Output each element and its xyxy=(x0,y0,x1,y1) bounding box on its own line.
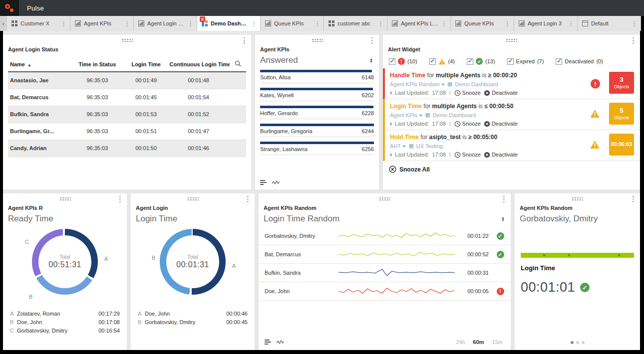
deactivate-button[interactable]: Deactivate xyxy=(484,121,518,127)
name-cell: Anastasio, Jae xyxy=(8,72,70,89)
range-24h[interactable]: 24h xyxy=(456,339,465,345)
tab-menu-kebab-icon[interactable]: ⋮ xyxy=(249,20,259,27)
filter-deactivated[interactable]: Deactivated (0) xyxy=(556,58,603,65)
source-widget-link[interactable]: Agent KPIs xyxy=(390,112,417,118)
expand-arrow-icon[interactable]: › xyxy=(390,89,392,96)
snooze-button[interactable]: Snooze xyxy=(454,90,481,96)
alert-value-badge[interactable]: 00:06:03 xyxy=(609,134,634,156)
widget-menu-kebab-icon[interactable]: ⋮ xyxy=(244,195,252,202)
sort-toggle-icon[interactable]: ▲▼ xyxy=(369,58,373,63)
pager-dot[interactable] xyxy=(576,341,579,344)
tab-demo-dashboard-active[interactable]: 6 Demo Dashboard ⋮ xyxy=(197,16,261,31)
drag-handle[interactable] xyxy=(572,197,583,201)
widget-menu-kebab-icon[interactable]: ⋮ xyxy=(116,195,124,202)
table-row[interactable]: Bufkin, Sandra 96:35:03 00:01:53 00:01:5… xyxy=(8,106,246,123)
tab-menu-kebab-icon[interactable]: ⋮ xyxy=(502,20,513,27)
widget-menu-kebab-icon[interactable]: ⋮ xyxy=(630,195,637,202)
snooze-all-button[interactable]: Snooze All xyxy=(383,161,640,177)
source-widget-link[interactable]: Agent KPIs Random xyxy=(390,81,440,87)
filter-warning[interactable]: (4) xyxy=(429,58,455,65)
deactivate-button[interactable]: Deactivate xyxy=(484,152,518,158)
tab-menu-kebab-icon[interactable]: ⋮ xyxy=(566,20,576,27)
deactivate-button[interactable]: Deactivate xyxy=(484,90,518,96)
expand-arrow-icon[interactable]: › xyxy=(390,120,392,127)
tab-agent-kpis-long[interactable]: Agent KPIs Long ⋮ xyxy=(387,16,451,31)
tab-default[interactable]: Default ⋮ xyxy=(578,16,641,31)
range-15m[interactable]: 15m xyxy=(492,339,503,345)
table-search-button[interactable] xyxy=(230,57,246,72)
drag-handle[interactable] xyxy=(59,197,71,201)
bar-list-item[interactable]: Hoffer, Gerardo6228 xyxy=(260,106,374,119)
tab-menu-kebab-icon[interactable]: ⋮ xyxy=(439,20,449,27)
checkbox-checked[interactable] xyxy=(467,58,473,65)
tab-menu-kebab-icon[interactable]: ⋮ xyxy=(375,20,386,27)
tab-customer-abc[interactable]: customer abc ⋮ xyxy=(324,16,387,31)
checkbox-checked[interactable] xyxy=(507,58,514,65)
tab-scroll-left-button[interactable]: ‹ xyxy=(0,16,7,31)
tab-queue-kpis[interactable]: Queue KPIs ⋮ xyxy=(261,16,324,31)
sparkline-row[interactable]: Gorbatovskiy, Dmitry 00:01:22 ✓ xyxy=(259,227,511,245)
tab-menu-kebab-icon[interactable]: ⋮ xyxy=(185,20,196,27)
widget-menu-kebab-icon[interactable]: ⋮ xyxy=(630,36,637,44)
filter-ok[interactable]: ✓ (13) xyxy=(467,58,495,65)
column-header-continuous-login-time[interactable]: Continuous Login Time xyxy=(168,57,230,72)
tab-agent-login-3[interactable]: Agent Login 3 ⋮ xyxy=(514,16,578,31)
bar-list-item[interactable]: Sutton, Alisa6148 xyxy=(260,70,374,83)
sparkline-row[interactable]: Bufkin, Sandra 00:00:31 xyxy=(259,264,511,282)
checkbox-checked[interactable] xyxy=(389,58,395,65)
table-row[interactable]: Candy, Adrian 96:35:03 00:01:50 00:01:46 xyxy=(8,140,246,157)
filter-expired[interactable]: Expired (7) xyxy=(507,58,544,65)
snooze-button[interactable]: Snooze xyxy=(454,152,481,158)
alert-objects-badge[interactable]: 5 Objects xyxy=(609,103,634,125)
sort-toggle-icon[interactable]: ▲▼ xyxy=(501,216,505,221)
alert-item[interactable]: Hold Time for asipto_test is ≥ 00:05:00 … xyxy=(383,130,640,161)
alert-item[interactable]: Handle Time for multiple Agents is ≥ 00:… xyxy=(383,68,640,99)
column-header-login-time[interactable]: Login Time xyxy=(125,57,168,72)
drag-handle[interactable] xyxy=(506,38,517,42)
alert-objects-badge[interactable]: 3 Objects xyxy=(609,72,634,94)
column-header-time-in-status[interactable]: Time in Status xyxy=(70,57,125,72)
table-row[interactable]: Anastasio, Jae 96:35:03 00:01:49 00:01:4… xyxy=(8,72,246,89)
column-header-name[interactable]: Name▲ xyxy=(8,57,70,72)
bar-list-item[interactable]: Burlingame, Gregoria6244 xyxy=(260,124,374,137)
widget-menu-kebab-icon[interactable]: ⋮ xyxy=(368,36,376,44)
range-60m-selected[interactable]: 60m xyxy=(473,339,484,345)
checkbox-checked[interactable] xyxy=(429,58,436,65)
wave-view-icon[interactable] xyxy=(272,179,280,185)
bar-list-item[interactable]: Kates, Wynell6202 xyxy=(260,88,374,101)
drag-handle[interactable] xyxy=(187,197,199,201)
tab-menu-kebab-icon[interactable]: ⋮ xyxy=(58,20,69,27)
dashboard-link[interactable]: Demo Dashboard xyxy=(433,112,476,118)
snooze-button[interactable]: Snooze xyxy=(454,121,481,127)
list-view-icon[interactable] xyxy=(260,179,267,185)
tab-agent-kpis[interactable]: Agent KPIs ⋮ xyxy=(70,16,134,31)
dashboard-link[interactable]: Demo Dashboard xyxy=(455,81,498,87)
expand-arrow-icon[interactable]: › xyxy=(390,151,392,158)
widget-menu-kebab-icon[interactable]: ⋮ xyxy=(241,36,248,44)
table-row[interactable]: Burlingame, Gr... 96:35:03 00:01:51 00:0… xyxy=(8,123,246,140)
list-view-icon[interactable] xyxy=(265,339,272,345)
drag-handle[interactable] xyxy=(379,197,390,201)
wave-view-icon[interactable] xyxy=(277,339,285,345)
sparkline-row[interactable]: Bat, Demarcus 00:00:52 ✓ xyxy=(259,245,511,264)
drag-handle[interactable] xyxy=(312,38,323,42)
table-row[interactable]: Bat, Demarcus 96:35:03 00:01:45 00:01:54 xyxy=(8,89,246,106)
filter-count: (13) xyxy=(485,58,495,64)
filter-critical[interactable]: ! (10) xyxy=(389,58,417,65)
drag-handle[interactable] xyxy=(121,38,133,42)
tab-agent-login-exten[interactable]: Agent Login Exten ⋮ xyxy=(134,16,197,31)
tab-menu-kebab-icon[interactable]: ⋮ xyxy=(312,20,322,27)
tab-menu-kebab-icon[interactable]: ⋮ xyxy=(122,20,132,27)
sparkline-row[interactable]: Doe, John 00:00:05 ! xyxy=(259,282,511,301)
pager-dot[interactable] xyxy=(582,341,585,344)
tab-queue-kpis-2[interactable]: Queue KPIs ⋮ xyxy=(451,16,514,31)
source-widget-link[interactable]: AHT xyxy=(390,143,401,149)
alert-item[interactable]: Login Time for multiple Agents is ≤ 00:0… xyxy=(383,99,640,130)
tab-customer-x[interactable]: Customer X ⋮ xyxy=(7,16,70,31)
checkbox-checked[interactable] xyxy=(556,58,562,65)
bar-list-item[interactable]: Strange, Lashawna6256 xyxy=(260,142,374,155)
dashboard-link[interactable]: UX Testing xyxy=(416,143,443,149)
widget-menu-kebab-icon[interactable]: ⋮ xyxy=(500,195,508,202)
tab-menu-kebab-icon[interactable]: ⋮ xyxy=(629,20,640,27)
pager-dot-active[interactable] xyxy=(571,341,574,344)
